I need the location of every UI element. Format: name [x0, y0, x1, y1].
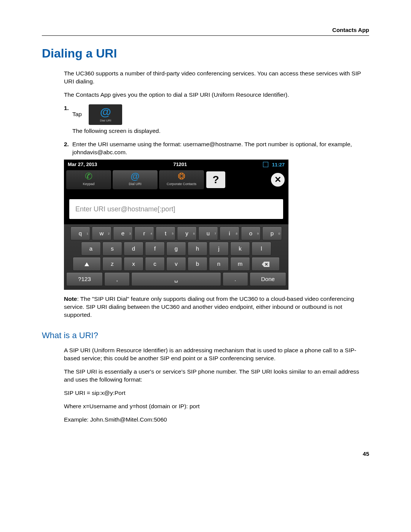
status-date: Mar 27, 2013 [68, 161, 97, 168]
globe-icon: ❂ [159, 172, 204, 181]
key-period[interactable]: . [223, 272, 248, 286]
step-1-after: The following screen is displayed. [72, 127, 369, 135]
tab-dial-uri-label: Dial URI [129, 182, 142, 186]
key-w[interactable]: w2 [92, 227, 112, 240]
key-q[interactable]: q1 [70, 227, 90, 240]
key-j[interactable]: j [209, 242, 229, 256]
key-s[interactable]: s [102, 242, 122, 256]
key-c[interactable]: c [145, 257, 165, 271]
uri-paragraph-4: Where x=Username and y=host (domain or I… [64, 403, 369, 411]
step-1-number: 1. [64, 104, 72, 112]
status-bar: Mar 27, 2013 71201 11:27 [64, 160, 288, 170]
device-screenshot: Mar 27, 2013 71201 11:27 ✆ Keypad @ Dial… [64, 160, 288, 290]
kb-row-4: ?123,␣.Done [65, 272, 287, 286]
key-i[interactable]: i8 [220, 227, 239, 240]
dial-uri-icon-button[interactable]: @ Dial URI [89, 104, 122, 125]
key-symbols[interactable]: ?123 [66, 272, 103, 286]
page-title: Dialing a URI [42, 46, 369, 61]
header-section: Contacts App [42, 27, 369, 36]
note-paragraph: Note: The "SIP URI Dial" feature only su… [64, 295, 369, 319]
status-time: 11:27 [272, 162, 285, 168]
key-d[interactable]: d [124, 242, 143, 256]
at-icon: @ [113, 172, 158, 181]
key-t[interactable]: t5 [156, 227, 175, 240]
app-tab-row: ✆ Keypad @ Dial URI ❂ Corporate Contacts… [64, 169, 288, 191]
key-y[interactable]: y6 [177, 227, 197, 240]
uri-paragraph-5: Example: John.Smith@Mitel.Com:5060 [64, 416, 369, 424]
step-1-text: Tap [72, 111, 82, 117]
key-v[interactable]: v [166, 257, 186, 271]
kb-row-3: zxcvbnm [65, 257, 287, 271]
key-m[interactable]: m [230, 257, 250, 271]
intro-paragraph-2: The Contacts App gives you the option to… [64, 91, 369, 99]
key-space[interactable]: ␣ [131, 272, 221, 286]
uri-paragraph-1: A SIP URI (Uniform Resource Identifier) … [64, 347, 369, 363]
tab-corp-label: Corporate Contacts [167, 182, 196, 186]
help-button[interactable]: ? [206, 171, 225, 188]
key-e[interactable]: e3 [113, 227, 133, 240]
step-2-number: 2. [64, 141, 72, 149]
key-a[interactable]: a [81, 242, 101, 256]
key-comma[interactable]: , [104, 272, 130, 286]
key-backspace[interactable] [252, 257, 280, 271]
key-done[interactable]: Done [250, 272, 286, 286]
expand-icon[interactable] [263, 162, 268, 167]
key-h[interactable]: h [188, 242, 207, 256]
kb-row-1: q1w2e3r4t5y6u7i8o9p0 [65, 227, 287, 240]
on-screen-keyboard: q1w2e3r4t5y6u7i8o9p0 asdfghjkl zxcvbnm ?… [64, 224, 288, 290]
status-extension: 71201 [97, 161, 263, 168]
key-r[interactable]: r4 [134, 227, 154, 240]
key-shift[interactable] [73, 257, 101, 271]
key-z[interactable]: z [102, 257, 122, 271]
tab-dial-uri[interactable]: @ Dial URI [113, 170, 158, 189]
key-n[interactable]: n [209, 257, 229, 271]
step-2: 2. Enter the URI username using the form… [64, 141, 369, 157]
key-b[interactable]: b [188, 257, 207, 271]
close-button[interactable]: ✕ [271, 173, 285, 187]
tab-corporate-contacts[interactable]: ❂ Corporate Contacts [159, 170, 204, 189]
key-l[interactable]: l [252, 242, 271, 256]
uri-input[interactable]: Enter URI user@hostname[:port] [69, 199, 283, 219]
note-text: The "SIP URI Dial" feature only supports… [64, 296, 354, 318]
dial-uri-icon-label: Dial URI [89, 119, 122, 123]
uri-paragraph-3: SIP URI = sip:x@y:Port [64, 389, 369, 397]
key-u[interactable]: u7 [198, 227, 218, 240]
intro-paragraph-1: The UC360 supports a number of third-par… [64, 70, 369, 86]
page-number: 45 [42, 451, 369, 457]
key-p[interactable]: p0 [262, 227, 282, 240]
step-2-text: Enter the URI username using the format:… [72, 141, 369, 157]
step-1: 1. Tap @ Dial URI [64, 104, 369, 125]
key-g[interactable]: g [166, 242, 186, 256]
key-k[interactable]: k [230, 242, 250, 256]
at-icon: @ [89, 104, 122, 119]
tab-keypad[interactable]: ✆ Keypad [66, 170, 111, 189]
key-x[interactable]: x [124, 257, 143, 271]
phone-icon: ✆ [66, 172, 111, 181]
subheading-what-is-uri: What is a URI? [42, 331, 369, 340]
kb-row-2: asdfghjkl [65, 242, 287, 256]
tab-keypad-label: Keypad [83, 182, 95, 186]
uri-paragraph-2: The SIP URI is essentially a user's or s… [64, 368, 369, 384]
key-f[interactable]: f [145, 242, 165, 256]
key-o[interactable]: o9 [241, 227, 261, 240]
